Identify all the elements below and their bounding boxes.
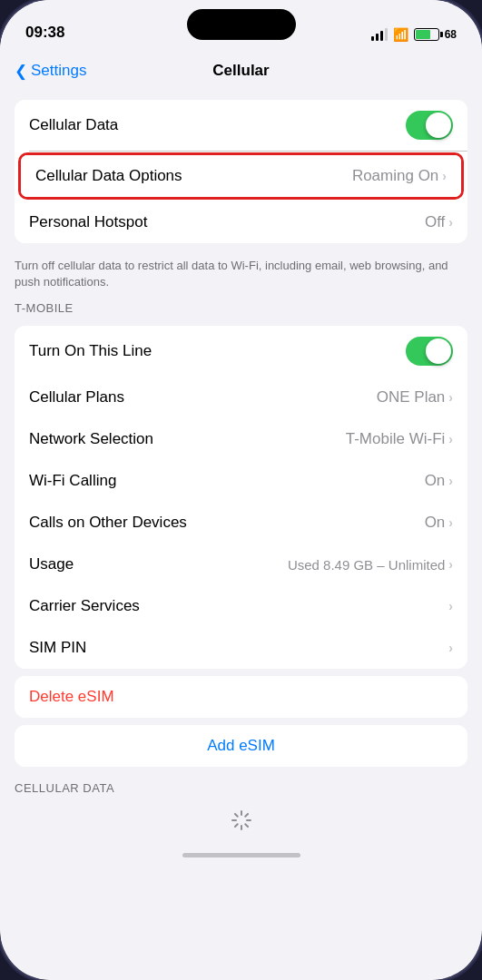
highlighted-border: Cellular Data Options Roaming On › — [18, 152, 464, 200]
cellular-plans-value: ONE Plan — [377, 388, 446, 407]
home-bar-area — [0, 846, 482, 865]
cellular-data-row: Cellular Data — [15, 100, 467, 151]
personal-hotspot-label: Personal Hotspot — [29, 213, 425, 231]
cellular-data-options-value: Roaming On — [352, 167, 438, 185]
delete-esim-label: Delete eSIM — [29, 688, 453, 706]
content-area: Cellular Data Cellular Data Options Roam… — [0, 93, 482, 846]
tmobile-section-header: T-MOBILE — [0, 294, 482, 318]
phone-frame: 09:38 📶 68 ❮ Settings Cell — [0, 0, 482, 980]
calls-other-devices-row[interactable]: Calls on Other Devices On › — [15, 502, 467, 544]
cellular-data-label: Cellular Data — [29, 116, 406, 134]
chevron-right-icon: › — [448, 432, 453, 446]
cellular-data-options-highlight-wrapper: Cellular Data Options Roaming On › — [15, 152, 467, 200]
carrier-services-label: Carrier Services — [29, 597, 448, 615]
loading-spinner-icon — [231, 809, 252, 831]
chevron-right-icon: › — [448, 557, 453, 572]
signal-icon — [371, 28, 388, 41]
loader-area — [0, 795, 482, 846]
turn-on-line-toggle[interactable] — [406, 337, 453, 366]
chevron-right-icon: › — [448, 599, 453, 613]
wifi-calling-value: On — [425, 472, 446, 490]
cellular-data-options-row[interactable]: Cellular Data Options Roaming On › — [21, 155, 461, 197]
turn-on-line-label: Turn On This Line — [29, 342, 406, 360]
delete-esim-group: Delete eSIM — [15, 676, 467, 718]
usage-row[interactable]: Usage Used 8.49 GB – Unlimited › — [15, 544, 467, 585]
cellular-data-section-label: CELLULAR DATA — [0, 774, 482, 795]
nav-bar: ❮ Settings Cellular — [0, 49, 482, 93]
cellular-data-info: Turn off cellular data to restrict all d… — [0, 250, 482, 294]
wifi-icon: 📶 — [393, 27, 408, 42]
cellular-plans-row[interactable]: Cellular Plans ONE Plan › — [15, 377, 467, 418]
calls-other-devices-label: Calls on Other Devices — [29, 514, 425, 532]
chevron-right-icon: › — [448, 474, 453, 488]
network-selection-row[interactable]: Network Selection T-Mobile Wi-Fi › — [15, 418, 467, 460]
chevron-right-icon: › — [448, 390, 453, 405]
back-label: Settings — [31, 62, 86, 80]
chevron-right-icon: › — [448, 515, 453, 530]
back-button[interactable]: ❮ Settings — [15, 62, 86, 81]
status-time: 09:38 — [25, 24, 64, 42]
dynamic-island — [187, 9, 296, 40]
wifi-calling-label: Wi-Fi Calling — [29, 472, 425, 490]
battery-icon — [414, 28, 439, 41]
chevron-right-icon: › — [442, 169, 447, 183]
page-title: Cellular — [212, 62, 269, 80]
home-bar — [182, 853, 300, 858]
group2: Turn On This Line Cellular Plans ONE Pla… — [15, 326, 467, 669]
usage-label: Usage — [29, 555, 288, 573]
cellular-data-options-label: Cellular Data Options — [35, 167, 352, 185]
battery-percentage: 68 — [445, 28, 457, 41]
calls-other-devices-value: On — [425, 514, 446, 532]
add-esim-group: Add eSIM — [15, 725, 467, 767]
sim-pin-label: SIM PIN — [29, 639, 448, 657]
cellular-data-toggle[interactable] — [406, 111, 453, 140]
personal-hotspot-value: Off — [425, 213, 445, 231]
cellular-plans-label: Cellular Plans — [29, 388, 377, 407]
network-selection-value: T-Mobile Wi-Fi — [346, 430, 446, 448]
personal-hotspot-row[interactable]: Personal Hotspot Off › — [15, 201, 467, 243]
chevron-right-icon: › — [448, 641, 453, 655]
usage-value: Used 8.49 GB – Unlimited — [288, 557, 445, 573]
delete-esim-row[interactable]: Delete eSIM — [15, 676, 467, 718]
chevron-left-icon: ❮ — [15, 62, 27, 81]
battery-fill — [416, 30, 431, 39]
status-icons: 📶 68 — [371, 27, 457, 42]
group1: Cellular Data Cellular Data Options Roam… — [15, 100, 467, 243]
turn-on-line-row: Turn On This Line — [15, 326, 467, 377]
add-esim-row[interactable]: Add eSIM — [15, 725, 467, 767]
phone-screen: 09:38 📶 68 ❮ Settings Cell — [0, 0, 482, 980]
wifi-calling-row[interactable]: Wi-Fi Calling On › — [15, 460, 467, 502]
toggle-thumb — [426, 113, 451, 138]
add-esim-label: Add eSIM — [29, 737, 453, 755]
sim-pin-row[interactable]: SIM PIN › — [15, 627, 467, 669]
carrier-services-row[interactable]: Carrier Services › — [15, 585, 467, 627]
status-bar: 09:38 📶 68 — [0, 0, 482, 49]
toggle-thumb — [426, 338, 451, 364]
network-selection-label: Network Selection — [29, 430, 346, 448]
chevron-right-icon: › — [448, 215, 453, 230]
